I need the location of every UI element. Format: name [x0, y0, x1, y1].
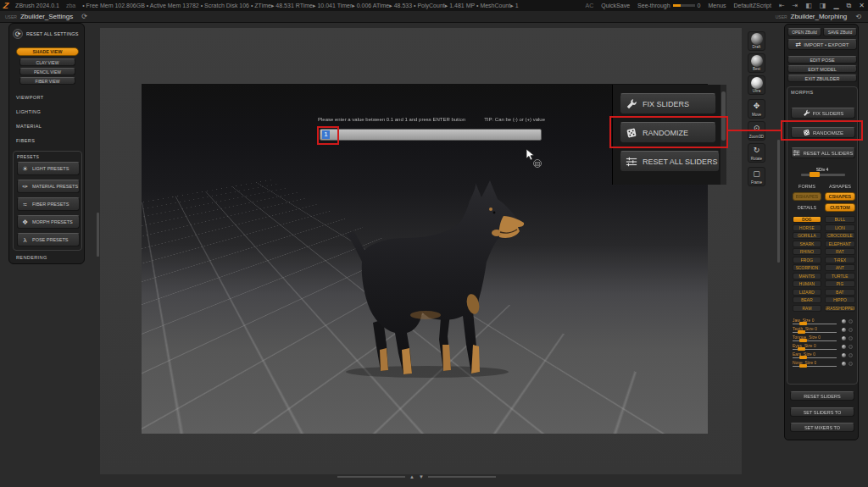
jaw-size-slider-handle[interactable]: [799, 322, 807, 325]
render-draft-button[interactable]: Draft: [748, 31, 765, 51]
animal-frog-button[interactable]: FROG: [793, 257, 821, 263]
fiber-presets-button[interactable]: ≈ FIBER PRESETS: [17, 197, 80, 211]
render-ultra-button[interactable]: Ultra: [748, 75, 765, 95]
sdiv-slider-handle[interactable]: [810, 172, 820, 177]
teeth-size-slider-handle[interactable]: [798, 330, 805, 334]
animal-bull-button[interactable]: BULL: [825, 216, 855, 223]
animal-pig-button[interactable]: PIG: [825, 280, 855, 287]
menus-toggle[interactable]: Menus: [709, 3, 726, 8]
tray-left-icon[interactable]: ⇤: [779, 2, 785, 9]
user-morphing-name[interactable]: Zbuilder_Morphing: [791, 13, 848, 20]
import-export-button[interactable]: ⇄ IMPORT • EXPORT: [787, 39, 857, 50]
ears-size-dot2[interactable]: [849, 353, 853, 357]
animal-trex-button[interactable]: T-REX: [825, 257, 855, 263]
animal-shark-button[interactable]: SHARK: [793, 241, 821, 247]
animal-bear-button[interactable]: BEAR: [793, 296, 821, 303]
cshapes-button[interactable]: CSHAPES: [825, 192, 855, 201]
animal-mantis-button[interactable]: MANTIS: [793, 273, 821, 279]
nose-size-dot1[interactable]: [842, 362, 846, 366]
minimize-button[interactable]: ▁: [833, 2, 838, 9]
animal-rat-button[interactable]: RAT: [825, 248, 855, 255]
section-viewport[interactable]: VIEWPORT: [16, 95, 43, 100]
frame-button[interactable]: ▢ Frame: [748, 167, 765, 186]
details-label[interactable]: DETAILS: [793, 205, 821, 210]
tray-right-icon[interactable]: ⇥: [793, 2, 798, 9]
pencil-view-button[interactable]: PENCIL VIEW: [19, 68, 75, 75]
value-input[interactable]: 1: [320, 129, 542, 141]
reset-all-settings-button[interactable]: ⟳ RESET ALL SETTINGS: [13, 29, 79, 39]
bottom-tray-divider[interactable]: ▲ ▼: [337, 474, 515, 479]
shade-view-button[interactable]: SHADE VIEW: [16, 47, 79, 56]
animal-horse-button[interactable]: HORSE: [793, 224, 821, 231]
morph-presets-button[interactable]: ❖ MORPH PRESETS: [17, 215, 80, 229]
eyes-size-dot1[interactable]: [842, 345, 846, 349]
animal-dog-button[interactable]: DOG: [793, 216, 821, 223]
tongue-size-slider-handle[interactable]: [799, 339, 807, 342]
section-material[interactable]: MATERIAL: [16, 124, 42, 129]
animal-rhino-button[interactable]: RHINO: [793, 248, 821, 255]
user-settings-name[interactable]: Zbuilder_Settings: [20, 13, 73, 20]
tongue-size-dot2[interactable]: [849, 336, 853, 340]
panel-left-icon[interactable]: ◧: [805, 2, 812, 9]
animal-turtle-button[interactable]: TURTLE: [825, 273, 855, 279]
animal-ram-button[interactable]: RAM: [793, 305, 821, 312]
animal-bat-button[interactable]: BAT: [825, 289, 855, 296]
ears-size-slider-handle[interactable]: [799, 356, 807, 359]
divider-line-left[interactable]: [337, 476, 405, 478]
reset-sliders-button[interactable]: RESET SLIDERS: [790, 391, 854, 401]
teeth-size-dot1[interactable]: [842, 328, 846, 332]
callout-fix-sliders-button[interactable]: FIX SLIDERS: [620, 93, 716, 114]
animal-lizard-button[interactable]: LIZARD: [793, 289, 821, 296]
section-lighting[interactable]: LIGHTING: [16, 109, 41, 114]
zscript-button[interactable]: DefaultZScript: [734, 3, 771, 8]
jaw-size-dot2[interactable]: [849, 319, 853, 324]
eyes-size-slider-handle[interactable]: [798, 347, 805, 351]
exit-zbuilder-button[interactable]: EXIT ZBUILDER: [787, 75, 857, 82]
fix-sliders-button[interactable]: FIX SLIDERS: [791, 108, 855, 119]
animal-lion-button[interactable]: LION: [825, 224, 855, 231]
animal-scorpion-button[interactable]: SCORPION: [793, 264, 821, 271]
animal-grasshopper-button[interactable]: GRASSHOPPER: [825, 305, 855, 312]
fiber-view-button[interactable]: FIBER VIEW: [19, 77, 75, 85]
tray-up-arrow-icon[interactable]: ▲: [409, 474, 415, 479]
move-tool-button[interactable]: ✥ Move: [748, 99, 765, 119]
section-fibers[interactable]: FIBERS: [16, 138, 35, 143]
see-through-slider[interactable]: See-through 0: [637, 3, 700, 8]
panel-right-icon[interactable]: ◨: [820, 2, 826, 9]
light-presets-button[interactable]: ☀ LIGHT PRESETS: [17, 162, 80, 175]
forms-label[interactable]: FORMS: [793, 184, 821, 189]
jaw-size-dot1[interactable]: [842, 319, 846, 324]
clay-view-button[interactable]: CLAY VIEW: [19, 58, 75, 66]
set-mixers-to-button[interactable]: SET MIXERS TO: [790, 423, 854, 432]
history-icon[interactable]: ⟲: [855, 13, 861, 20]
edit-model-button[interactable]: EDIT MODEL: [787, 65, 857, 73]
material-presets-button[interactable]: ✑ MATERIAL PRESETS: [17, 180, 80, 193]
save-zbuild-button[interactable]: SAVE ZBuild: [823, 28, 857, 36]
reset-all-sliders-button[interactable]: RESET ALL SLIDERS: [791, 147, 855, 158]
teeth-size-dot2[interactable]: [849, 328, 853, 332]
close-button[interactable]: ✕: [859, 2, 865, 9]
tray-down-arrow-icon[interactable]: ▼: [419, 474, 424, 479]
eyes-size-dot2[interactable]: [849, 345, 853, 349]
animal-human-button[interactable]: HUMAN: [793, 280, 821, 287]
animal-hippo-button[interactable]: HIPPO: [825, 296, 855, 303]
nose-size-dot2[interactable]: [849, 362, 853, 366]
right-tray-divider-handle[interactable]: [777, 140, 780, 263]
divider-line-right[interactable]: [428, 476, 496, 478]
bshapes-button[interactable]: BSHAPES: [793, 192, 821, 201]
restore-button[interactable]: ⧉: [847, 2, 852, 10]
callout-reset-all-sliders-button[interactable]: RESET ALL SLIDERS: [620, 151, 720, 172]
sdiv-slider-track[interactable]: [801, 174, 845, 176]
left-tray-divider-handle[interactable]: [97, 213, 99, 257]
edit-pose-button[interactable]: EDIT POSE: [787, 56, 857, 64]
nose-size-slider-handle[interactable]: [799, 364, 807, 368]
render-best-button[interactable]: Best: [748, 53, 765, 73]
pose-presets-button[interactable]: λ POSE PRESETS: [17, 233, 80, 246]
open-zbuild-button[interactable]: OPEN ZBuild: [787, 28, 821, 36]
animal-elephant-button[interactable]: ELEPHANT: [825, 241, 855, 247]
animal-ant-button[interactable]: ANT: [825, 264, 855, 271]
see-through-track[interactable]: [673, 4, 695, 7]
tongue-size-dot1[interactable]: [842, 336, 846, 340]
section-rendering[interactable]: RENDERING: [16, 255, 47, 260]
reload-settings-icon[interactable]: ⟳: [81, 13, 87, 20]
